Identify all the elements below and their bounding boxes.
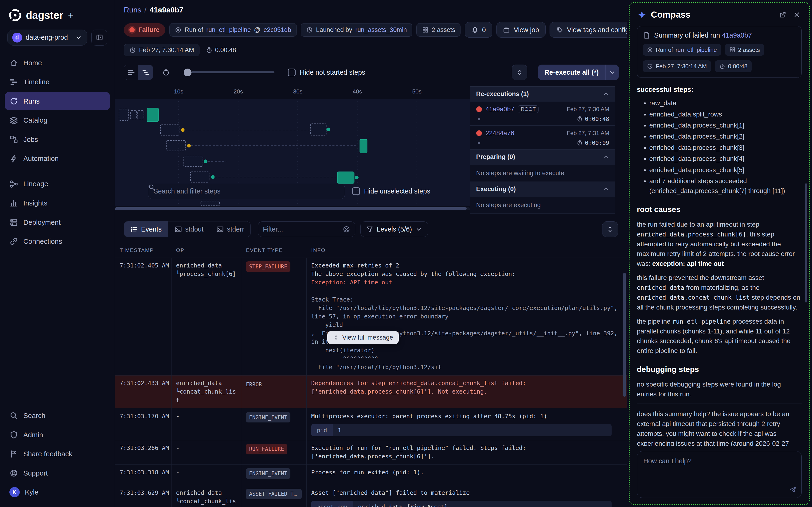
root-badge: ROOT (518, 105, 539, 113)
reexecute-all-button[interactable]: Re-execute all (*) (538, 65, 605, 80)
sidebar-item-label: Timeline (23, 78, 49, 86)
stopwatch-icon (577, 116, 583, 122)
zoom-slider[interactable] (184, 68, 274, 76)
view-asset-link[interactable]: [View Asset] (407, 501, 452, 507)
reexecutions-section-header[interactable]: Re-executions (1) (470, 87, 615, 102)
sidebar-item-lineage[interactable]: Lineage (5, 175, 110, 193)
sidebar-item-timeline[interactable]: Timeline (5, 73, 110, 91)
commit-link[interactable]: e2c051db (263, 26, 291, 34)
log-filter-input[interactable] (263, 225, 339, 233)
chat-textarea[interactable] (637, 451, 802, 497)
reexecution-run-row[interactable]: 22484a76 Feb 27, 7:31 AM 0:00:09 (470, 126, 615, 150)
view-job-button[interactable]: View job (496, 22, 546, 38)
launched-by-tag[interactable]: Launched by run_assets_30min (301, 23, 412, 37)
expand-panel-button[interactable] (512, 65, 527, 80)
schedule-link[interactable]: run_assets_30min (355, 26, 407, 34)
run-id-link[interactable]: 22484a76 (485, 129, 514, 137)
tick-label: 20s (233, 88, 243, 95)
run-id-link[interactable]: 41a9a0b7 (485, 105, 514, 113)
summary-run-link[interactable]: 41a9a0b7 (722, 32, 752, 39)
open-in-new-button[interactable] (778, 10, 788, 20)
collapse-sidebar-button[interactable] (92, 30, 107, 46)
tab-events[interactable]: Events (124, 221, 168, 237)
step-search-input[interactable] (153, 187, 339, 195)
executing-section-header[interactable]: Executing (0) (470, 182, 615, 197)
flat-view-button[interactable] (124, 65, 139, 79)
sidebar-item-user[interactable]: K Kyle (5, 483, 110, 501)
tick-label: 50s (412, 88, 422, 95)
clear-filter-icon[interactable] (342, 225, 350, 233)
run-header-actions: 0 View job View tags and config (465, 22, 627, 38)
sidebar-item-search[interactable]: Search (5, 406, 110, 425)
preparing-section-header[interactable]: Preparing (0) (470, 150, 615, 165)
summary-duration-tag: 0:00:48 (715, 60, 752, 72)
event-row-highlighted[interactable]: 7:31:02.433 AM enriched_data └concat_chu… (115, 376, 627, 408)
gantt-canvas[interactable]: Hide unselected steps (115, 99, 470, 206)
tab-stdout[interactable]: stdout (168, 221, 210, 237)
view-full-message-button[interactable]: View full message (327, 331, 399, 344)
event-row[interactable]: 7:31:03.629 AM enriched_data └concat_chu… (115, 485, 627, 507)
tab-stderr[interactable]: stderr (210, 221, 251, 237)
sidebar-item-jobs[interactable]: Jobs (5, 130, 110, 149)
sidebar-item-connections[interactable]: Connections (5, 232, 110, 250)
sidebar-item-admin[interactable]: Admin (5, 426, 110, 444)
sidebar-item-home[interactable]: Home (5, 54, 110, 72)
breadcrumb-run-id: 41a9a0b7 (150, 6, 183, 14)
sidebar-item-automation[interactable]: Automation (5, 150, 110, 168)
sidebar-item-deployment[interactable]: Deployment (5, 213, 110, 231)
close-compass-button[interactable] (792, 10, 802, 20)
sidebar-item-label: Automation (23, 155, 59, 163)
pipeline-link[interactable]: run_etl_pipeline (206, 26, 251, 34)
view-tags-config-button[interactable]: View tags and config (550, 22, 627, 38)
scroll-to-bottom-button[interactable] (602, 221, 618, 237)
checkbox-icon[interactable] (352, 187, 360, 195)
sidebar-item-runs[interactable]: Runs (5, 92, 110, 110)
event-row[interactable]: 7:31:03.266 AM - RUN_FAILURE Execution o… (115, 440, 627, 465)
events-scrollbar-thumb[interactable] (623, 273, 626, 397)
breadcrumb-runs-link[interactable]: Runs (124, 6, 142, 14)
dagster-logo-icon (9, 9, 21, 21)
levels-dropdown[interactable]: Levels (5/6) (361, 221, 428, 237)
sidebar-item-catalog[interactable]: Catalog (5, 111, 110, 129)
log-filter-box[interactable] (258, 221, 355, 237)
reexecution-run-row[interactable]: 41a9a0b7 ROOT Feb 27, 7:30 AM 0:00:48 (470, 102, 615, 126)
alerts-button[interactable]: 0 (465, 22, 492, 38)
chevron-down-icon (75, 34, 83, 41)
stopwatch-icon (719, 63, 725, 69)
reexecute-options-button[interactable] (605, 65, 619, 80)
breadcrumb-separator: / (145, 6, 147, 14)
compass-scrollbar-thumb[interactable] (805, 183, 807, 302)
run-of-tag[interactable]: Run of run_etl_pipeline @ e2c051db (169, 23, 297, 37)
sidebar-item-share-feedback[interactable]: Share feedback (5, 445, 110, 463)
step-item: enriched_data.process_chunk[3] (649, 143, 802, 153)
step-item: enriched_data.split_rows (649, 109, 802, 119)
event-row[interactable]: 7:31:03.170 AM - ENGINE_EVENT Multiproce… (115, 408, 627, 440)
send-button[interactable] (789, 486, 797, 493)
checkbox-icon[interactable] (288, 68, 295, 76)
org-selector[interactable]: d data-eng-prod (7, 30, 88, 46)
run-duration: 0:00:48 (577, 116, 609, 122)
zoom-slider-knob[interactable] (184, 68, 192, 76)
step-search-box[interactable] (148, 184, 345, 199)
assets-tag[interactable]: 2 assets (416, 23, 461, 37)
root-causes-heading: root causes (637, 204, 802, 215)
search-icon (9, 411, 18, 420)
hide-unselected-checkbox[interactable]: Hide unselected steps (352, 187, 430, 195)
dagster-logo: dagster + (0, 0, 115, 30)
event-row[interactable]: 7:31:03.318 AM - ENGINE_EVENT Process fo… (115, 465, 627, 485)
waterfall-view-button[interactable] (139, 65, 153, 79)
timing-toggle-button[interactable] (158, 65, 173, 80)
scrollbar-thumb[interactable] (115, 207, 467, 210)
run-date: Feb 27, 7:30 AM (567, 106, 609, 112)
gantt-horizontal-scrollbar[interactable] (115, 207, 470, 210)
successful-steps-list: raw_data enriched_data.split_rows enrich… (637, 98, 802, 196)
sidebar-item-insights[interactable]: Insights (5, 194, 110, 212)
column-op: OP (171, 243, 241, 258)
event-row[interactable]: 7:31:02.405 AM enriched_data └process_ch… (115, 258, 627, 376)
tick-label: 30s (293, 88, 303, 95)
executing-empty-text: No steps are executing (470, 197, 615, 214)
sidebar-item-support[interactable]: Support (5, 464, 110, 482)
bell-icon (471, 26, 479, 34)
hide-not-started-checkbox[interactable]: Hide not started steps (288, 68, 365, 76)
compass-chat-input[interactable] (637, 451, 802, 498)
